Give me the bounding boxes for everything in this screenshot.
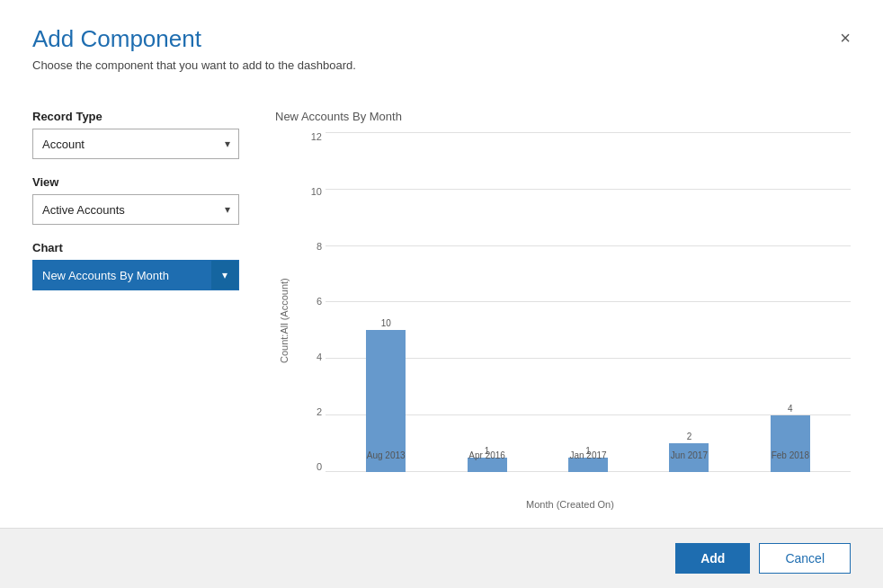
bar-value: 4 — [788, 404, 793, 414]
chart-chevron-icon[interactable]: ▾ — [211, 261, 238, 290]
chart-title: New Accounts By Month — [275, 110, 851, 123]
y-tick: 6 — [317, 297, 322, 307]
bar-group: 10 — [343, 132, 428, 472]
grid-and-bars: 12 10 8 6 4 2 0 — [290, 132, 851, 472]
view-label: View — [32, 175, 239, 189]
view-select-wrapper[interactable]: Active Accounts ▾ — [32, 194, 239, 225]
x-label: Aug 2013 — [343, 450, 428, 472]
bar-value: 10 — [381, 318, 391, 328]
chart-area: Count:All (Account) 12 10 8 6 4 2 — [275, 132, 851, 510]
bar-group: 1 — [444, 132, 529, 472]
y-ticks: 12 10 8 6 4 2 0 — [290, 132, 326, 472]
x-label: Jun 2017 — [647, 450, 731, 472]
dialog-footer: Add Cancel — [0, 528, 883, 588]
chart-field: Chart New Accounts By Month ▾ — [32, 241, 239, 290]
record-type-label: Record Type — [32, 110, 239, 123]
y-axis-label: Count:All (Account) — [275, 132, 290, 510]
record-type-field: Record Type Account ▾ — [32, 110, 239, 159]
close-button[interactable]: × — [833, 25, 858, 50]
dialog-subtitle: Choose the component that you want to ad… — [32, 58, 851, 72]
y-tick: 0 — [317, 462, 322, 472]
cancel-button[interactable]: Cancel — [759, 543, 851, 574]
x-label: Feb 2018 — [748, 450, 833, 472]
y-tick: 4 — [317, 352, 322, 362]
bars-container: 10 1 1 — [326, 132, 851, 472]
chart-label: Chart — [32, 241, 239, 254]
record-type-select-wrapper[interactable]: Account ▾ — [32, 129, 239, 159]
x-label: Apr 2016 — [444, 450, 529, 472]
view-select[interactable]: Active Accounts — [32, 194, 239, 225]
y-tick: 10 — [311, 187, 322, 197]
chart-inner: Count:All (Account) 12 10 8 6 4 2 — [275, 132, 851, 510]
bar-group: 1 — [546, 132, 630, 472]
left-panel: Record Type Account ▾ View Active Accoun… — [32, 110, 239, 510]
x-label: Jan 2017 — [546, 450, 630, 472]
view-field: View Active Accounts ▾ — [32, 175, 239, 225]
dialog-body: Record Type Account ▾ View Active Accoun… — [0, 83, 883, 528]
chart-plot: 12 10 8 6 4 2 0 — [290, 132, 851, 510]
dialog-header: Add Component Choose the component that … — [0, 0, 883, 83]
bar-value: 2 — [687, 432, 692, 441]
right-panel: New Accounts By Month Count:All (Account… — [275, 110, 851, 510]
dialog-title: Add Component — [32, 25, 851, 53]
add-component-dialog: Add Component Choose the component that … — [0, 0, 883, 588]
x-axis-labels: Aug 2013 Apr 2016 Jan 2017 Jun 2017 Feb … — [326, 450, 851, 472]
x-axis-title: Month (Created On) — [290, 499, 851, 510]
add-button[interactable]: Add — [675, 543, 750, 574]
y-tick: 2 — [317, 407, 322, 417]
record-type-select[interactable]: Account — [32, 129, 239, 159]
chart-select-value: New Accounts By Month — [33, 261, 211, 290]
y-tick: 8 — [317, 242, 322, 252]
bar-group: 4 — [748, 132, 833, 472]
chart-select-wrapper[interactable]: New Accounts By Month ▾ — [32, 260, 239, 290]
bar-group: 2 — [647, 132, 731, 472]
y-tick: 12 — [311, 132, 322, 142]
